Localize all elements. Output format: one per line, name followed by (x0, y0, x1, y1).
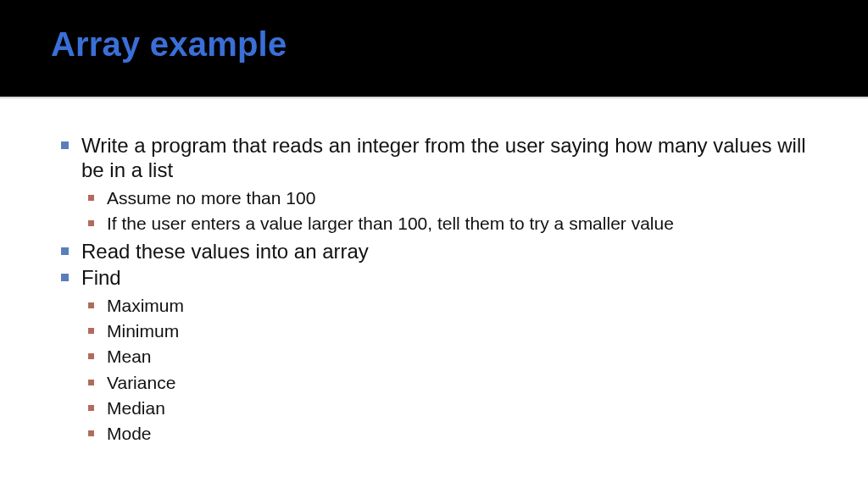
sub-bullet-text: Minimum (107, 321, 179, 341)
sub-bullet-item: Mean (107, 345, 809, 369)
sub-bullet-item: Minimum (107, 319, 809, 343)
sub-bullet-text: Mode (107, 424, 152, 443)
sub-bullet-item: Maximum (107, 294, 809, 318)
bullet-text: Find (81, 266, 121, 289)
sub-bullet-item: Median (107, 396, 809, 420)
sub-bullet-list: Assume no more than 100 If the user ente… (107, 186, 809, 236)
sub-bullet-text: Assume no more than 100 (107, 188, 315, 208)
sub-bullet-text: If the user enters a value larger than 1… (107, 214, 674, 233)
slide-body: Write a program that reads an integer fr… (0, 99, 868, 488)
sub-bullet-list: Maximum Minimum Mean Variance Median Mod… (107, 294, 809, 446)
sub-bullet-text: Variance (107, 373, 175, 392)
sub-bullet-text: Median (107, 398, 165, 418)
slide-title: Array example (51, 25, 868, 64)
bullet-item: Read these values into an array (81, 239, 809, 263)
sub-bullet-item: Mode (107, 422, 809, 446)
bullet-item: Write a program that reads an integer fr… (81, 133, 809, 236)
slide: Array example Write a program that reads… (0, 0, 868, 488)
bullet-text: Read these values into an array (81, 240, 369, 263)
sub-bullet-text: Mean (107, 347, 152, 366)
sub-bullet-item: Variance (107, 371, 809, 395)
bullet-item: Find Maximum Minimum Mean Variance Media… (81, 265, 809, 446)
sub-bullet-item: If the user enters a value larger than 1… (107, 212, 809, 236)
sub-bullet-item: Assume no more than 100 (107, 186, 809, 210)
sub-bullet-text: Maximum (107, 296, 184, 315)
bullet-list: Write a program that reads an integer fr… (81, 133, 809, 446)
slide-header: Array example (0, 0, 868, 97)
bullet-text: Write a program that reads an integer fr… (81, 134, 806, 181)
